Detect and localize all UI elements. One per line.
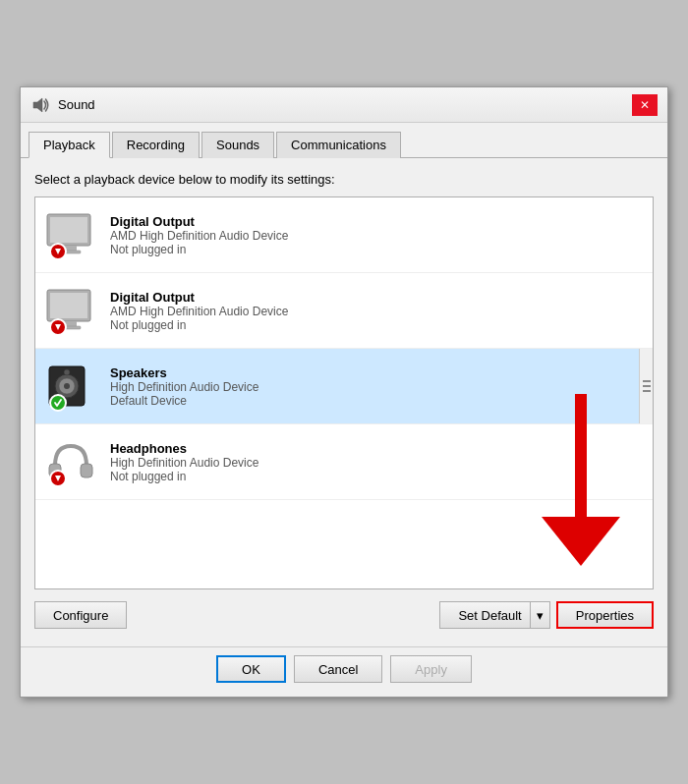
device-name-1: Digital Output [110,214,645,229]
svg-point-15 [64,369,70,375]
device-sub1-1: AMD High Definition Audio Device [110,229,645,243]
tab-communications[interactable]: Communications [276,132,401,158]
main-content: Select a playback device below to modify… [21,158,667,646]
footer: OK Cancel Apply [21,646,667,697]
instruction-text: Select a playback device below to modify… [34,172,654,187]
device-sub2-4: Not plugged in [110,470,645,483]
device-name-3: Speakers [110,365,645,380]
svg-marker-20 [542,517,620,566]
device-sub1-3: High Definition Audio Device [110,380,645,394]
device-sub2-1: Not plugged in [110,243,645,256]
device-icon-speakers [43,359,98,414]
sound-dialog: Sound ✕ Playback Recording Sounds Commun… [20,86,668,698]
cancel-button[interactable]: Cancel [294,655,382,683]
set-default-button[interactable]: Set Default [439,601,529,629]
device-icon-headphones [43,434,98,489]
sound-app-icon [30,95,50,115]
tab-recording[interactable]: Recording [112,132,200,158]
device-icon-monitor-1 [43,207,98,262]
tab-playback[interactable]: Playback [29,132,110,158]
device-info-1: Digital Output AMD High Definition Audio… [110,214,645,256]
dialog-title: Sound [58,97,632,112]
svg-rect-7 [50,293,87,318]
svg-rect-2 [50,217,87,243]
device-sub2-2: Not plugged in [110,318,645,332]
device-info-2: Digital Output AMD High Definition Audio… [110,290,645,332]
properties-button[interactable]: Properties [556,601,654,629]
device-item-digital-output-1[interactable]: Digital Output AMD High Definition Audio… [35,197,653,273]
set-default-dropdown[interactable]: ▾ [530,601,550,629]
device-sub2-3: Default Device [110,394,645,408]
device-list[interactable]: Digital Output AMD High Definition Audio… [34,196,654,589]
device-info-4: Headphones High Definition Audio Device … [110,441,645,483]
svg-rect-17 [81,464,92,477]
apply-button[interactable]: Apply [390,655,472,683]
svg-marker-10 [55,324,61,330]
device-name-2: Digital Output [110,290,645,305]
close-button[interactable]: ✕ [632,94,658,116]
device-icon-monitor-2 [43,283,98,338]
title-bar: Sound ✕ [21,87,667,123]
tab-sounds[interactable]: Sounds [201,132,274,158]
svg-marker-18 [55,476,61,481]
configure-button[interactable]: Configure [34,601,127,629]
set-default-group: Set Default ▾ [439,601,549,629]
right-button-group: Set Default ▾ Properties [439,601,654,629]
device-sub1-2: AMD High Definition Audio Device [110,305,645,318]
svg-marker-5 [55,249,61,254]
device-item-digital-output-2[interactable]: Digital Output AMD High Definition Audio… [35,273,653,349]
device-info-3: Speakers High Definition Audio Device De… [110,365,645,408]
svg-marker-0 [33,98,42,112]
svg-point-14 [64,383,70,389]
tab-bar: Playback Recording Sounds Communications [21,123,667,158]
device-item-speakers[interactable]: Speakers High Definition Audio Device De… [35,349,653,424]
ok-button[interactable]: OK [216,655,286,683]
device-item-headphones[interactable]: Headphones High Definition Audio Device … [35,424,653,500]
device-name-4: Headphones [110,441,645,456]
device-sub1-4: High Definition Audio Device [110,456,645,470]
bottom-button-row: Configure Set Default ▾ Properties [34,601,654,629]
